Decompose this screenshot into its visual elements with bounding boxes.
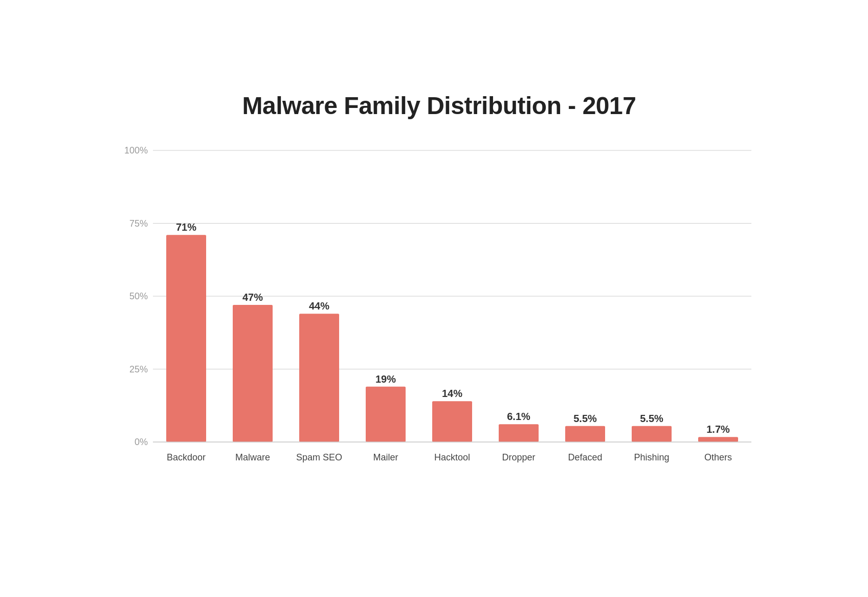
bar-value-others: 1.7% bbox=[706, 424, 730, 435]
bar-label-mailer: Mailer bbox=[373, 452, 398, 462]
bar-label-phishing: Phishing bbox=[634, 452, 669, 462]
bar-dropper bbox=[499, 424, 539, 442]
bar-label-malware: Malware bbox=[235, 452, 270, 462]
bar-value-mailer: 19% bbox=[375, 373, 395, 385]
bar-label-spam-seo: Spam SEO bbox=[296, 452, 342, 462]
bar-value-phishing: 5.5% bbox=[640, 413, 663, 424]
bar-value-hacktool: 14% bbox=[441, 388, 462, 399]
bar-label-backdoor: Backdoor bbox=[166, 452, 205, 462]
svg-text:0%: 0% bbox=[134, 437, 147, 447]
svg-text:75%: 75% bbox=[129, 218, 147, 229]
bar-label-others: Others bbox=[704, 452, 731, 462]
chart-title: Malware Family Distribution - 2017 bbox=[117, 92, 762, 120]
bar-mailer bbox=[366, 387, 406, 442]
bar-value-backdoor: 71% bbox=[175, 222, 196, 233]
bar-value-dropper: 6.1% bbox=[507, 411, 530, 422]
bar-label-defaced: Defaced bbox=[568, 452, 602, 462]
bar-others bbox=[698, 437, 738, 442]
bar-label-dropper: Dropper bbox=[502, 452, 535, 462]
bar-malware bbox=[233, 305, 273, 442]
bar-value-spam-seo: 44% bbox=[308, 300, 329, 312]
chart-svg: 0%25%50%75%100%71%Backdoor47%Malware44%S… bbox=[117, 145, 762, 483]
bar-spam-seo bbox=[299, 314, 339, 442]
chart-area: 0%25%50%75%100%71%Backdoor47%Malware44%S… bbox=[117, 145, 762, 485]
bar-value-defaced: 5.5% bbox=[573, 413, 597, 424]
bar-defaced bbox=[565, 426, 605, 442]
bar-label-hacktool: Hacktool bbox=[434, 452, 470, 462]
svg-text:50%: 50% bbox=[129, 291, 147, 301]
svg-text:100%: 100% bbox=[124, 145, 147, 156]
bar-value-malware: 47% bbox=[242, 292, 262, 303]
bar-backdoor bbox=[166, 235, 206, 442]
bar-phishing bbox=[632, 426, 672, 442]
bar-hacktool bbox=[432, 401, 472, 442]
svg-text:25%: 25% bbox=[129, 364, 147, 374]
chart-container: Malware Family Distribution - 2017 0%25%… bbox=[76, 71, 792, 526]
